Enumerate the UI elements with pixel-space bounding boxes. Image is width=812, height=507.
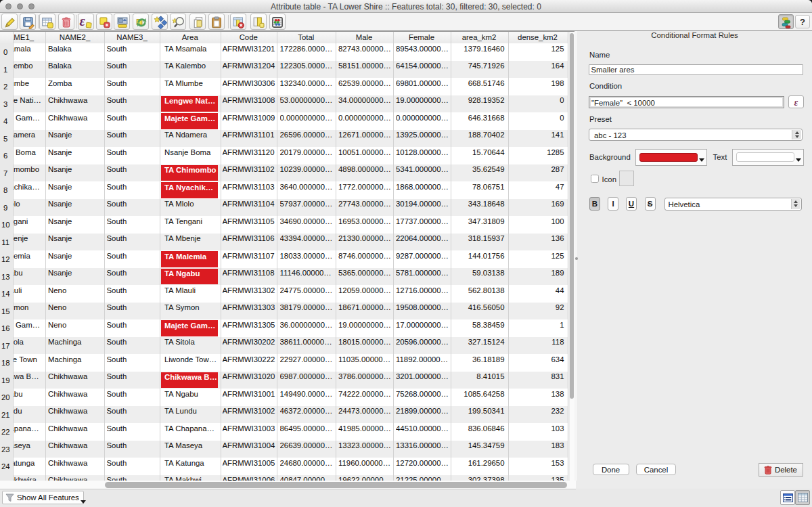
svg-text:ε: ε [80, 16, 86, 28]
